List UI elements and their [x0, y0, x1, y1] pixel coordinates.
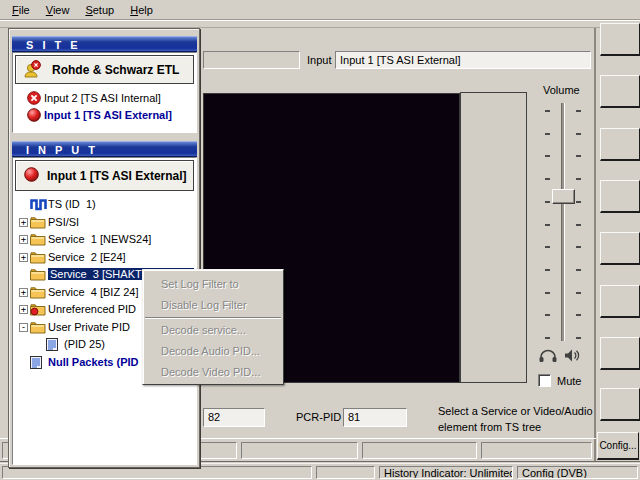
site-item-label: Input 1 [TS ASI External]	[44, 109, 172, 121]
softkey-button-1[interactable]	[600, 23, 640, 56]
input-field[interactable]: Input 1 [TS ASI External]	[335, 51, 591, 69]
input-panel-header: I N P U T	[12, 141, 197, 157]
red-ball-icon	[27, 108, 41, 122]
softkey-button-7[interactable]	[600, 337, 640, 370]
volume-tick	[545, 201, 550, 203]
tree-row-label: Service 4 [BIZ 24]	[48, 286, 138, 298]
input-header-button[interactable]: Input 1 [TS ASI External]	[15, 160, 194, 191]
window-top-strip	[0, 20, 640, 28]
ts-tree-row[interactable]: TS (ID 1)	[13, 196, 196, 213]
tree-row-label: User Private PID	[48, 321, 130, 333]
device-button[interactable]: Rohde & Schwarz ETL	[15, 55, 194, 84]
site-panel-header: S I T E	[12, 36, 197, 52]
volume-tick	[545, 292, 550, 294]
context-menu-item[interactable]: Disable Log Filter	[143, 295, 283, 316]
volume-tick	[545, 133, 550, 135]
tree-row-label: Unreferenced PID	[48, 303, 136, 315]
status-cell-empty	[316, 466, 375, 479]
menu-bar: FileViewSetupHelp	[0, 0, 640, 20]
menu-item-file[interactable]: File	[4, 2, 38, 18]
folder-icon	[30, 216, 46, 229]
expand-plus-icon[interactable]: +	[19, 218, 28, 227]
pcr-pid-label: PCR-PID	[296, 411, 341, 423]
expand-plus-icon[interactable]: +	[19, 288, 28, 297]
softkey-button-2[interactable]	[600, 75, 640, 108]
context-menu-item[interactable]: Set Log Filter to	[143, 274, 283, 295]
volume-slider-track[interactable]	[561, 103, 565, 341]
menu-item-help[interactable]: Help	[122, 2, 161, 18]
site-panel-body: Rohde & Schwarz ETL Input 2 [TS ASI Inte…	[12, 52, 197, 133]
tree-row-label: PSI/SI	[48, 216, 79, 228]
status-cell-history: History Indicator: Unlimited	[379, 466, 513, 479]
red-ball-icon	[24, 167, 39, 184]
context-menu-item[interactable]: Decode Audio PID...	[143, 341, 283, 362]
mute-label: Mute	[557, 375, 581, 387]
volume-tick	[545, 224, 550, 226]
tree-row-label: (PID 25)	[64, 338, 105, 350]
config-button[interactable]: Config...	[597, 432, 639, 460]
pid-field[interactable]: 82	[203, 408, 265, 427]
expand-plus-icon[interactable]: +	[19, 253, 28, 262]
volume-tick	[576, 246, 581, 248]
status-cell-config: Config (DVB)	[517, 466, 638, 479]
context-menu: Set Log Filter toDisable Log FilterDecod…	[142, 269, 284, 385]
tree-row-label: Service 1 [NEWS24]	[48, 233, 151, 245]
folder-icon	[30, 321, 46, 334]
volume-tick	[576, 337, 581, 339]
device-label: Rohde & Schwarz ETL	[52, 63, 179, 77]
person-site-icon	[22, 58, 44, 82]
volume-tick	[545, 337, 550, 339]
volume-tick	[576, 269, 581, 271]
volume-tick	[576, 314, 581, 316]
speaker-icon	[564, 348, 580, 365]
ts-tree-row[interactable]: +PSI/SI	[13, 214, 196, 231]
pid-doc-icon	[30, 356, 42, 369]
input-field-label: Input	[307, 54, 331, 66]
softkey-button-3[interactable]	[600, 128, 640, 161]
volume-tick	[545, 110, 550, 112]
volume-tick	[576, 201, 581, 203]
hint-line-2: element from TS tree	[438, 419, 600, 435]
tree-row-label: Service 2 [E24]	[48, 251, 126, 263]
softkey-button-4[interactable]	[600, 180, 640, 213]
ts-tree-row[interactable]: +Service 2 [E24]	[13, 249, 196, 266]
folder-icon	[30, 233, 46, 246]
context-menu-item[interactable]: Decode Video PID...	[143, 362, 283, 383]
volume-tick	[576, 133, 581, 135]
error-circle-icon	[27, 91, 41, 105]
secondary-field[interactable]	[203, 51, 300, 69]
pid-doc-icon	[46, 338, 58, 351]
ts-tree-row[interactable]: +Service 1 [NEWS24]	[13, 231, 196, 248]
folder-icon	[30, 268, 46, 281]
site-tree-item[interactable]: Input 1 [TS ASI External]	[27, 106, 172, 123]
softkey-button-5[interactable]	[600, 232, 640, 265]
menu-item-view[interactable]: View	[38, 2, 78, 18]
site-tree-item[interactable]: Input 2 [TS ASI Internal]	[27, 89, 161, 106]
expand-plus-icon[interactable]: +	[19, 235, 28, 244]
volume-slider-thumb[interactable]	[552, 189, 575, 204]
volume-tick	[545, 314, 550, 316]
mute-checkbox[interactable]	[538, 374, 551, 387]
video-side-panel	[460, 92, 527, 383]
input-header-label: Input 1 [TS ASI External]	[47, 169, 187, 183]
volume-tick	[545, 178, 550, 180]
ts-wave-icon	[30, 198, 47, 211]
softkey-button-6[interactable]	[600, 285, 640, 318]
volume-tick	[576, 110, 581, 112]
context-menu-item[interactable]: Decode service...	[143, 320, 283, 341]
folder-icon	[30, 251, 46, 264]
volume-tick	[545, 269, 550, 271]
pcr-pid-field[interactable]: 81	[343, 408, 407, 427]
volume-tick	[576, 178, 581, 180]
volume-tick	[576, 292, 581, 294]
headphones-icon	[538, 349, 558, 365]
menu-separator	[145, 317, 281, 319]
softkey-button-8[interactable]	[600, 388, 640, 421]
menu-item-setup[interactable]: Setup	[77, 2, 122, 18]
collapse-minus-icon[interactable]: -	[19, 323, 28, 332]
status-segment	[241, 442, 358, 459]
expand-plus-icon[interactable]: +	[19, 305, 28, 314]
volume-label: Volume	[543, 84, 580, 96]
volume-tick	[576, 155, 581, 157]
volume-tick	[576, 224, 581, 226]
